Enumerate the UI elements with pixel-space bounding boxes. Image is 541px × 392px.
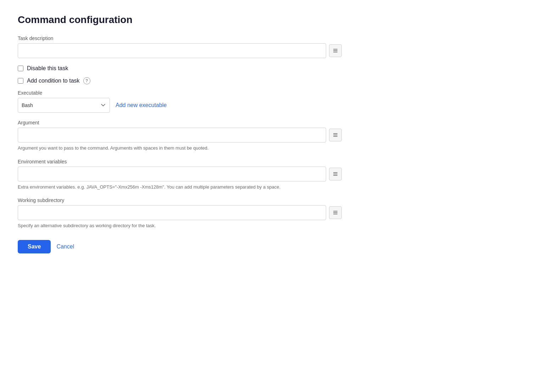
add-executable-link[interactable]: Add new executable <box>116 102 167 108</box>
add-condition-checkbox[interactable] <box>18 78 23 84</box>
page-title: Command configuration <box>18 14 523 26</box>
svg-rect-11 <box>333 214 338 214</box>
working-subdir-row <box>18 205 523 220</box>
env-vars-hint: Extra environment variables. e.g. JAVA_O… <box>18 184 337 191</box>
executable-label: Executable <box>18 90 523 96</box>
working-subdir-group: Working subdirectory Specify an alternat… <box>18 197 523 229</box>
add-condition-label[interactable]: Add condition to task <box>27 78 80 84</box>
argument-row <box>18 128 523 142</box>
disable-task-row: Disable this task <box>18 65 523 72</box>
working-subdir-label: Working subdirectory <box>18 197 523 203</box>
svg-rect-0 <box>333 49 338 50</box>
svg-rect-7 <box>333 174 338 174</box>
lines-icon <box>333 132 338 138</box>
save-button[interactable]: Save <box>18 240 51 253</box>
lines-icon <box>333 210 338 215</box>
svg-rect-9 <box>333 211 338 212</box>
disable-task-checkbox[interactable] <box>18 66 23 71</box>
working-subdir-expand-button[interactable] <box>329 206 342 219</box>
svg-rect-10 <box>333 212 338 213</box>
task-description-group: Task description <box>18 35 523 58</box>
task-description-row <box>18 43 523 58</box>
argument-label: Argument <box>18 120 523 125</box>
task-description-label: Task description <box>18 35 523 41</box>
env-vars-input[interactable] <box>18 167 326 181</box>
lines-icon <box>333 171 338 177</box>
executable-group: Executable Bash Python Shell PowerShell … <box>18 90 523 113</box>
lines-icon <box>333 48 338 54</box>
env-vars-group: Environment variables Extra environment … <box>18 159 523 191</box>
svg-rect-1 <box>333 50 338 51</box>
task-description-input[interactable] <box>18 43 326 58</box>
svg-rect-8 <box>333 175 338 176</box>
working-subdir-input[interactable] <box>18 205 326 220</box>
argument-group: Argument Argument you want to pass to th… <box>18 120 523 152</box>
argument-input[interactable] <box>18 128 326 142</box>
executable-row: Bash Python Shell PowerShell Add new exe… <box>18 98 523 113</box>
env-vars-row <box>18 167 523 181</box>
env-vars-label: Environment variables <box>18 159 523 164</box>
cancel-button[interactable]: Cancel <box>56 243 74 250</box>
svg-rect-2 <box>333 52 338 52</box>
working-subdir-hint: Specify an alternative subdirectory as w… <box>18 222 337 229</box>
button-row: Save Cancel <box>18 240 523 253</box>
svg-rect-5 <box>333 136 338 137</box>
disable-task-label[interactable]: Disable this task <box>27 65 68 72</box>
executable-select[interactable]: Bash Python Shell PowerShell <box>18 98 110 113</box>
env-vars-expand-button[interactable] <box>329 168 342 180</box>
add-condition-row: Add condition to task ? <box>18 77 523 84</box>
add-condition-help-icon[interactable]: ? <box>83 77 90 84</box>
svg-rect-6 <box>333 172 338 173</box>
svg-rect-3 <box>333 133 338 134</box>
argument-hint: Argument you want to pass to the command… <box>18 145 337 152</box>
task-description-expand-button[interactable] <box>329 44 342 57</box>
svg-rect-4 <box>333 135 338 135</box>
argument-expand-button[interactable] <box>329 129 342 141</box>
